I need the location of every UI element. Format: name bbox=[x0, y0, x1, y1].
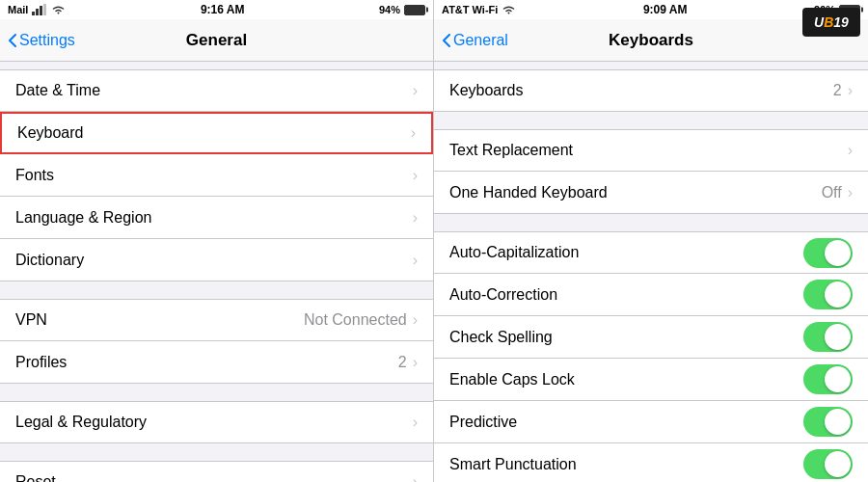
dictionary-label: Dictionary bbox=[15, 252, 413, 269]
wifi-icon bbox=[51, 5, 66, 15]
right-back-label: General bbox=[453, 32, 508, 49]
reset-label: Reset bbox=[15, 473, 413, 482]
signal-icon bbox=[32, 4, 47, 15]
left-battery-pct: 94% bbox=[379, 4, 400, 15]
caps-lock-label: Enable Caps Lock bbox=[449, 371, 803, 388]
left-back-button[interactable]: Settings bbox=[8, 32, 75, 49]
list-item-reset[interactable]: Reset › bbox=[0, 461, 433, 482]
reset-chevron: › bbox=[413, 473, 418, 482]
list-item-language[interactable]: Language & Region › bbox=[0, 197, 433, 239]
date-time-chevron: › bbox=[413, 82, 418, 99]
right-status-left: AT&T Wi-Fi bbox=[442, 4, 516, 15]
logo-text: UB19 bbox=[814, 14, 849, 30]
left-battery-icon bbox=[404, 5, 425, 15]
list-item-legal[interactable]: Legal & Regulatory › bbox=[0, 401, 433, 443]
svg-rect-0 bbox=[32, 12, 35, 15]
vpn-label: VPN bbox=[15, 311, 304, 329]
right-item-one-handed[interactable]: One Handed Keyboard Off › bbox=[434, 172, 868, 214]
right-item-auto-cap[interactable]: Auto-Capitalization bbox=[434, 231, 868, 274]
auto-cap-toggle[interactable] bbox=[803, 238, 853, 268]
legal-label: Legal & Regulatory bbox=[15, 414, 413, 431]
right-item-spell[interactable]: Check Spelling bbox=[434, 316, 868, 359]
left-nav-bar: Settings General bbox=[0, 19, 433, 62]
right-gap2 bbox=[434, 112, 868, 129]
profiles-value: 2 bbox=[398, 354, 407, 371]
gap4 bbox=[0, 443, 433, 461]
list-item-vpn[interactable]: VPN Not Connected › bbox=[0, 299, 433, 341]
svg-rect-3 bbox=[43, 4, 46, 15]
fonts-label: Fonts bbox=[15, 167, 413, 184]
text-replacement-label: Text Replacement bbox=[449, 142, 848, 159]
keyboards-value: 2 bbox=[833, 82, 842, 99]
left-nav-title: General bbox=[186, 31, 247, 50]
left-status-right: 94% bbox=[379, 4, 425, 15]
logo-badge: UB19 bbox=[802, 8, 860, 37]
list-item-date-time[interactable]: Date & Time › bbox=[0, 69, 433, 112]
left-status-bar: Mail 9:16 AM 94% bbox=[0, 0, 433, 19]
one-handed-value: Off bbox=[822, 184, 842, 201]
right-nav-title: Keyboards bbox=[609, 31, 693, 50]
left-status-left: Mail bbox=[8, 4, 66, 15]
auto-correct-toggle[interactable] bbox=[803, 280, 853, 309]
fonts-chevron: › bbox=[413, 167, 418, 184]
smart-punct-toggle[interactable] bbox=[803, 449, 853, 479]
list-item-dictionary[interactable]: Dictionary › bbox=[0, 239, 433, 281]
text-replacement-chevron: › bbox=[848, 142, 853, 159]
predictive-label: Predictive bbox=[449, 414, 803, 431]
left-panel: Mail 9:16 AM 94% Se bbox=[0, 0, 434, 482]
gap3 bbox=[0, 384, 433, 401]
one-handed-chevron: › bbox=[848, 184, 853, 201]
back-chevron-icon bbox=[8, 33, 17, 48]
spell-toggle[interactable] bbox=[803, 322, 853, 352]
right-item-smart-punct[interactable]: Smart Punctuation bbox=[434, 443, 868, 482]
right-carrier: AT&T Wi-Fi bbox=[442, 4, 498, 15]
auto-cap-label: Auto-Capitalization bbox=[449, 244, 803, 261]
keyboards-label: Keyboards bbox=[449, 82, 833, 99]
language-chevron: › bbox=[413, 209, 418, 227]
language-label: Language & Region bbox=[15, 209, 413, 227]
keyboards-chevron: › bbox=[848, 82, 853, 99]
right-time: 9:09 AM bbox=[643, 3, 688, 16]
left-time: 9:16 AM bbox=[201, 3, 245, 16]
caps-lock-toggle[interactable] bbox=[803, 364, 853, 394]
list-item-profiles[interactable]: Profiles 2 › bbox=[0, 341, 433, 384]
spell-label: Check Spelling bbox=[449, 329, 803, 346]
list-item-fonts[interactable]: Fonts › bbox=[0, 154, 433, 197]
right-item-predictive[interactable]: Predictive bbox=[434, 401, 868, 443]
carrier-text: Mail bbox=[8, 4, 28, 15]
right-gap3 bbox=[434, 214, 868, 231]
right-back-button[interactable]: General bbox=[442, 32, 508, 49]
right-item-keyboards[interactable]: Keyboards 2 › bbox=[434, 69, 868, 112]
right-item-text-replacement[interactable]: Text Replacement › bbox=[434, 129, 868, 172]
left-settings-list: Date & Time › Keyboard › Fonts › Languag… bbox=[0, 62, 433, 482]
one-handed-label: One Handed Keyboard bbox=[449, 184, 822, 201]
right-top-gap bbox=[434, 62, 868, 69]
auto-correct-label: Auto-Correction bbox=[449, 286, 803, 304]
vpn-value: Not Connected bbox=[304, 311, 407, 329]
top-gap bbox=[0, 62, 433, 69]
profiles-label: Profiles bbox=[15, 354, 398, 371]
list-item-keyboard[interactable]: Keyboard › bbox=[0, 112, 433, 154]
right-back-chevron-icon bbox=[442, 33, 451, 48]
legal-chevron: › bbox=[413, 414, 418, 431]
smart-punct-label: Smart Punctuation bbox=[449, 456, 803, 473]
profiles-chevron: › bbox=[413, 354, 418, 371]
right-panel: UB19 AT&T Wi-Fi 9:09 AM 96% General Keyb… bbox=[434, 0, 868, 482]
dictionary-chevron: › bbox=[413, 252, 418, 269]
right-wifi-icon bbox=[502, 5, 516, 15]
svg-rect-1 bbox=[36, 9, 39, 15]
keyboard-label: Keyboard bbox=[17, 124, 411, 142]
right-item-caps-lock[interactable]: Enable Caps Lock bbox=[434, 359, 868, 401]
svg-rect-2 bbox=[40, 6, 42, 15]
predictive-toggle[interactable] bbox=[803, 407, 853, 437]
keyboard-chevron: › bbox=[411, 124, 416, 142]
right-settings-list: Keyboards 2 › Text Replacement › One Han… bbox=[434, 62, 868, 482]
right-item-auto-correct[interactable]: Auto-Correction bbox=[434, 274, 868, 316]
date-time-label: Date & Time bbox=[15, 82, 413, 99]
gap2 bbox=[0, 281, 433, 299]
left-back-label: Settings bbox=[19, 32, 75, 49]
vpn-chevron: › bbox=[413, 311, 418, 329]
